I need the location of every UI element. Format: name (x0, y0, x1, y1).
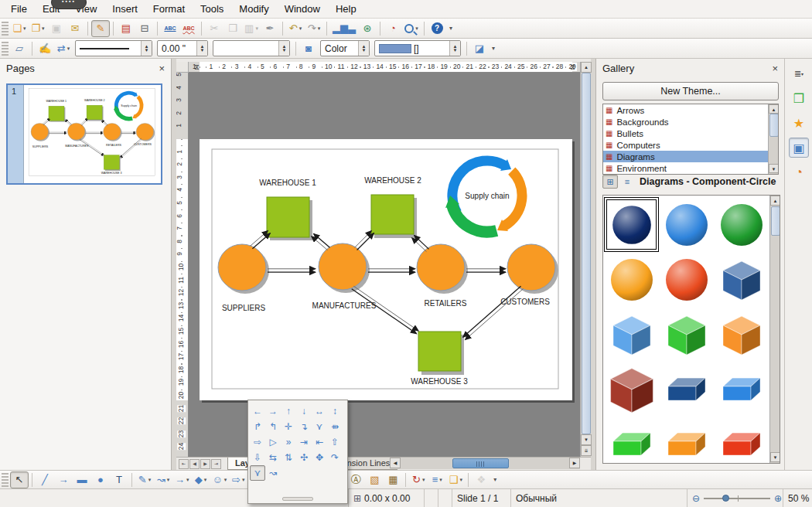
label-warehouse3[interactable]: WAREHOUSE 3 (101, 172, 122, 175)
suppliers-circle[interactable] (218, 244, 266, 291)
corner-right-arrow-button[interactable]: ↴ (296, 419, 312, 434)
gallery-item-slab-orange[interactable] (659, 417, 714, 464)
theme-scrollbar-thumb[interactable] (769, 114, 779, 137)
transitions-cube-button[interactable]: ❒ (789, 88, 809, 108)
next-page-icon[interactable]: ⇊ (581, 445, 592, 456)
menu-tools[interactable]: Tools (193, 0, 231, 18)
page-thumbnail-slide[interactable]: WAREHOUSE 1WAREHOUSE 2Supply chainSUPPLI… (23, 85, 161, 183)
theme-item-bullets[interactable]: ▦Bullets (603, 128, 778, 139)
copy-button[interactable]: ❒ (223, 20, 242, 37)
lines-arrows-button[interactable]: →▾ (172, 471, 192, 488)
new-document-button[interactable]: ❏▾ (10, 20, 29, 37)
zoom-slider-thumb[interactable] (722, 495, 729, 502)
save-button[interactable]: ▣ (47, 20, 66, 37)
open-folder-dropdown-icon[interactable]: ▾ (42, 26, 45, 32)
export-pdf-button[interactable]: ▤ (117, 20, 135, 37)
close-icon[interactable]: × (159, 63, 165, 74)
shadow-effect-button[interactable]: ❖ (472, 471, 490, 488)
label-supply_chain[interactable]: Supply chain (121, 104, 137, 107)
label-manufactures[interactable]: MANUFACTURES (65, 145, 89, 148)
gallery-item-slab-blue[interactable] (714, 362, 769, 417)
gallery-photos-button[interactable]: ▣ (789, 138, 809, 158)
up-down-arrow-callout-button[interactable]: ⇅ (281, 450, 296, 465)
line-width-input[interactable]: 0.00 " ▲▼ (157, 40, 208, 56)
rotate-dropdown-icon[interactable]: ▾ (422, 477, 425, 483)
supply-chain-diagram[interactable]: WAREHOUSE 1WAREHOUSE 2Supply chainSUPPLI… (24, 85, 160, 180)
curve-dropdown-icon[interactable]: ▾ (148, 477, 152, 483)
alignment-button[interactable]: ≡▾ (428, 471, 446, 488)
theme-item-environment[interactable]: ▦Environment (603, 162, 778, 174)
supply-chain-diagram[interactable]: WAREHOUSE 1WAREHOUSE 2Supply chainSUPPLI… (200, 139, 572, 400)
page-thumbnail[interactable]: 1 WAREHOUSE 1WAREHOUSE 2Supply chainSUPP… (6, 83, 162, 185)
toolbar-grip[interactable] (2, 473, 9, 487)
insert-chart-button[interactable]: ▂▆▃ (330, 20, 358, 37)
arrow-up-right-button[interactable]: ↱ (250, 419, 265, 434)
gallery-item-cube-darkblue[interactable] (714, 252, 769, 307)
theme-item-backgrounds[interactable]: ▦Backgrounds (603, 116, 778, 128)
arrow-up-right-down-button[interactable]: ↰ (265, 419, 281, 434)
from-file-button[interactable]: ▧ (365, 471, 384, 488)
gallery-item-sphere-green[interactable] (714, 197, 769, 252)
list-view-button[interactable]: ≡ (619, 175, 635, 189)
styles-formatting-button[interactable]: ✍ (36, 40, 54, 57)
zoom-slider-track[interactable] (704, 498, 770, 499)
select-button[interactable]: ↖ (10, 471, 29, 488)
fill-type-spinner[interactable]: ▲▼ (358, 41, 369, 56)
line-color-select[interactable]: ▲▼ (213, 40, 290, 56)
gallery-item-sphere-red[interactable] (659, 252, 714, 307)
toolbar-grip[interactable] (2, 22, 9, 36)
connector-button[interactable]: ↝▾ (154, 471, 172, 488)
undo-button[interactable]: ↶▾ (286, 20, 305, 37)
retailers-circle[interactable] (417, 244, 465, 291)
zoom-percent-field[interactable]: 50 % (783, 489, 812, 507)
page-nav-button-0[interactable]: ⇤ (179, 459, 189, 469)
navigator-compass-button[interactable]: ◔ (384, 20, 402, 37)
horizontal-scrollbar[interactable]: ◀ ▶ (390, 458, 580, 469)
block-arrows-button[interactable]: ⇨▾ (229, 471, 247, 488)
gallery-item-sphere-blue[interactable] (659, 197, 714, 252)
symbol-shapes-dropdown-icon[interactable]: ▾ (224, 477, 227, 483)
auto-spellcheck-button[interactable]: ABC (179, 20, 198, 37)
warehouse3-box[interactable] (104, 155, 119, 170)
label-supply_chain[interactable]: Supply chain (465, 192, 509, 200)
warehouse1-box[interactable] (267, 197, 309, 237)
gallery-item-sphere-orange[interactable] (604, 252, 659, 307)
basic-shapes-dropdown-icon[interactable]: ▾ (204, 477, 207, 483)
gallery-item-cube-green[interactable] (659, 307, 714, 362)
horizontal-scrollbar-thumb[interactable] (452, 458, 509, 468)
rotate-button[interactable]: ↻▾ (409, 471, 428, 488)
undo-dropdown-icon[interactable]: ▾ (299, 26, 302, 32)
gallery-item-cube-darkred[interactable] (604, 362, 659, 417)
shadow-button[interactable]: ◪ (470, 40, 489, 57)
gallery-item-cube-orange[interactable] (714, 307, 769, 362)
menu-insert[interactable]: Insert (104, 0, 145, 18)
cut-button[interactable]: ✂ (205, 20, 223, 37)
label-suppliers[interactable]: SUPPLIERS (32, 145, 49, 148)
redo-dropdown-icon[interactable]: ▾ (318, 26, 321, 32)
arrow-left-right-button[interactable]: ↔ (312, 403, 327, 419)
gallery-item-sphere-navy[interactable] (604, 197, 659, 252)
ellipse-button[interactable]: ● (91, 471, 110, 488)
label-customers[interactable]: CUSTOMERS (500, 298, 550, 306)
line-arrow-button[interactable]: → (54, 471, 73, 488)
close-icon[interactable]: × (772, 63, 778, 74)
page-nav-button-3[interactable]: ⇥ (211, 459, 221, 469)
down-arrow-callout-button[interactable]: ⇩ (250, 450, 265, 465)
four-way-arrow-callout-button[interactable]: ✣ (296, 450, 312, 465)
arrow-down-button[interactable]: ↓ (296, 403, 312, 419)
basic-shapes-button[interactable]: ◆▾ (192, 471, 210, 488)
s-shaped-arrow-button[interactable]: ↝ (265, 465, 281, 481)
vertical-scrollbar[interactable]: ▲ ▼ ⇊ (580, 62, 591, 457)
new-document-dropdown-icon[interactable]: ▾ (23, 26, 26, 32)
customers-circle[interactable] (507, 244, 555, 291)
open-folder-button[interactable]: ❐▾ (29, 20, 47, 37)
symbol-shapes-button[interactable]: ☺▾ (210, 471, 230, 488)
pentagon-button[interactable]: ▷ (265, 434, 281, 450)
toolbar-options-button[interactable]: ▾ (489, 40, 498, 57)
icon-view-button[interactable]: ⊞ (602, 175, 618, 189)
warehouse1-box[interactable] (49, 106, 64, 121)
connector-dropdown-icon[interactable]: ▾ (167, 477, 170, 483)
left-right-arrow-callout-button[interactable]: ⇆ (265, 450, 281, 465)
zoom-in-icon[interactable]: ⊕ (774, 493, 782, 504)
page-nav-button-1[interactable]: ◀ (189, 459, 200, 469)
